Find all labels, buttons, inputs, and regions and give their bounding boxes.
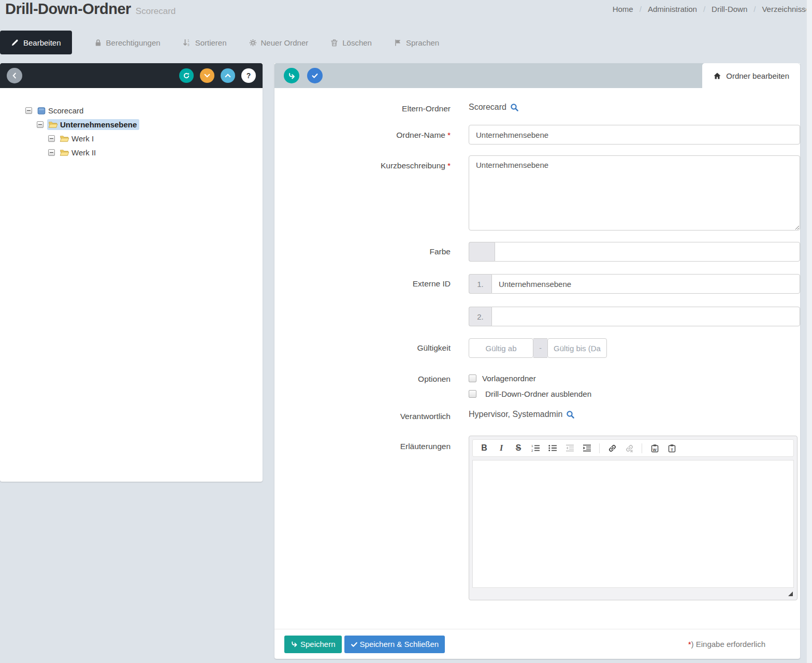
cube-icon [37,106,46,116]
tree-item-unternehmensebene[interactable]: Unternehmensebene [0,118,263,132]
verantwortlich-label: Verantwortlich [274,410,451,423]
kurzbeschreibung-textarea[interactable]: Unternehmensebene [469,155,800,230]
expand-all-button[interactable] [200,68,214,83]
kurzbeschreibung-label: Kurzbeschreibung* [274,155,451,230]
outdent-icon [566,444,574,452]
folder-tree: Scorecard Unternehmensebene Werk I Werk … [0,88,263,160]
page-scrollbar[interactable] [806,0,812,663]
ordner-name-input[interactable] [469,125,800,145]
chevron-up-icon [224,72,231,79]
pencil-icon [11,39,19,47]
toolbar-neuer-ordner-button[interactable]: Neuer Ordner [249,38,309,47]
strikethrough-button[interactable]: S [514,442,523,454]
outdent-button [565,442,574,454]
date-range-separator: - [533,338,547,358]
externe-id-2-input[interactable] [491,307,800,326]
svg-text:2: 2 [531,449,533,452]
link-icon [608,444,617,453]
collapse-panel-button[interactable] [7,68,22,83]
indent-icon [583,444,591,452]
toolbar-sortieren-button[interactable]: 19 Sortieren [183,38,227,47]
drilldown-ausblenden-checkbox[interactable] [469,390,476,398]
sort-numeric-icon: 19 [183,38,191,47]
rich-text-editor: B I S 12 W T [469,436,798,600]
gueltigkeit-label: Gültigkeit [274,338,451,358]
resize-handle-icon[interactable] [788,592,793,596]
tree-item-werk-2[interactable]: Werk II [0,146,263,160]
form-panel: Ordner bearbeiten Eltern-Ordner Scorecar… [274,63,800,659]
svg-text:9: 9 [187,43,190,47]
breadcrumb-home[interactable]: Home [613,5,633,13]
form-header-bar: Ordner bearbeiten [274,63,800,88]
externe-id-1-input[interactable] [491,274,800,294]
unordered-list-button[interactable] [548,442,557,454]
gueltig-ab-input[interactable] [469,338,533,358]
selected-tree-node[interactable]: Unternehmensebene [47,119,139,130]
tree-expander-icon[interactable] [48,149,55,156]
svg-text:W: W [653,447,657,452]
chevron-left-icon [11,72,18,79]
toolbar-sprachen-button[interactable]: Sprachen [394,38,439,47]
eltern-ordner-label: Eltern-Ordner [274,103,451,116]
collapse-all-button[interactable] [221,68,235,83]
home-icon [713,72,721,80]
page-subtitle: Scorecard [136,6,176,16]
toolbar-berechtigungen-button[interactable]: Berechtigungen [94,38,161,47]
tree-item-scorecard[interactable]: Scorecard [0,104,263,118]
svg-text:1: 1 [187,39,190,42]
externe-id-label: Externe ID [274,274,451,294]
tree-expander-icon[interactable] [37,121,44,128]
toolbar-bearbeiten-button[interactable]: Bearbeiten [0,31,72,54]
search-icon[interactable] [510,103,519,112]
check-icon [311,72,318,79]
farbe-label: Farbe [274,242,451,262]
erlaeuterungen-label: Erläuterungen [274,436,451,600]
tree-expander-icon[interactable] [48,135,55,142]
gueltig-bis-input[interactable] [547,338,607,358]
tree-item-werk-1[interactable]: Werk I [0,132,263,146]
breadcrumb-administration[interactable]: Administration [648,5,697,13]
ordered-list-icon: 12 [531,444,540,452]
ordner-name-label: Ordner-Name* [274,125,451,146]
search-icon[interactable] [566,410,575,419]
color-swatch[interactable] [469,242,495,262]
help-button[interactable]: ? [241,68,256,83]
breadcrumb-separator: / [703,5,705,13]
toolbar: Bearbeiten Berechtigungen 19 Sortieren N… [0,31,439,54]
verantwortlich-value: Hypervisor, Systemadmin [469,410,562,419]
toolbar-loeschen-button[interactable]: Löschen [330,38,372,47]
erlaeuterungen-editor-content[interactable] [472,460,794,588]
tree-panel: ? Scorecard Unternehmensebene Werk I [0,63,263,482]
refresh-tree-button[interactable] [179,68,194,83]
tab-ordner-bearbeiten[interactable]: Ordner bearbeiten [702,63,800,88]
svg-text:1: 1 [531,444,533,448]
drilldown-ausblenden-checkbox-label[interactable]: Drill-Down-Ordner ausblenden [485,390,591,398]
vorlagenordner-checkbox-label[interactable]: Vorlagenordner [482,374,536,383]
breadcrumb-drill-down[interactable]: Drill-Down [712,5,747,13]
speichern-schliessen-button[interactable]: Speichern & Schließen [344,636,445,653]
confirm-button[interactable] [307,68,323,83]
italic-button[interactable]: I [497,442,506,454]
check-icon [351,641,358,648]
save-arrow-icon [291,640,298,648]
quick-save-button[interactable] [284,68,299,83]
unlink-icon [625,444,634,453]
eltern-ordner-value: Scorecard [469,103,506,112]
required-note: *) Eingabe erforderlich [688,640,790,648]
farbe-input[interactable] [495,242,800,262]
vorlagenordner-checkbox[interactable] [469,374,476,382]
lock-icon [94,39,102,47]
paste-word-icon: W [650,444,659,453]
speichern-button[interactable]: Speichern [284,636,342,653]
breadcrumb-separator: / [753,5,756,13]
tree-expander-icon[interactable] [25,107,32,114]
breadcrumb-verzeichnisse: Verzeichnisse [762,5,810,13]
paste-from-word-button[interactable]: W [650,442,659,454]
indent-button[interactable] [582,442,591,454]
paste-as-text-button[interactable]: T [667,442,676,454]
toolbar-divider [599,443,600,453]
bold-button[interactable]: B [480,442,489,454]
externe-id-2-prefix: 2. [469,307,491,326]
ordered-list-button[interactable]: 12 [531,442,540,454]
insert-link-button[interactable] [607,442,617,454]
